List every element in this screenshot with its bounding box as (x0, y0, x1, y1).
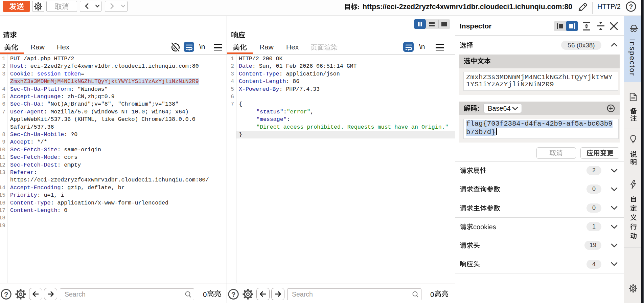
svg-text:?: ? (629, 3, 633, 10)
svg-text:?: ? (231, 290, 236, 298)
svg-text:?: ? (4, 290, 8, 298)
